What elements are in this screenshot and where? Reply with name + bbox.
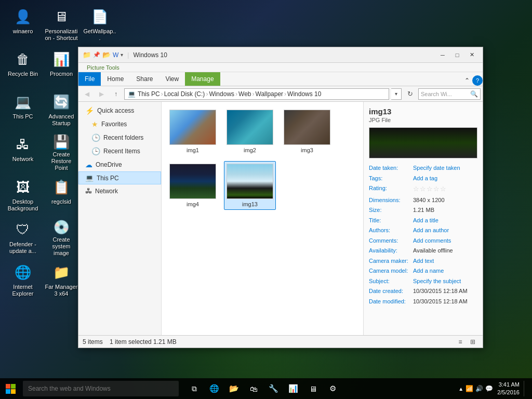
detail-val-tags[interactable]: Add a tag xyxy=(413,174,477,183)
taskbar-icon5[interactable]: 🔧 xyxy=(264,378,283,399)
detail-val-camera-maker[interactable]: Add text xyxy=(413,257,477,265)
address-path[interactable]: 💻 This PC › Local Disk (C:) › Windows › … xyxy=(124,88,389,100)
tray-message-icon[interactable]: 💬 xyxy=(485,385,493,392)
search-icon[interactable]: 🔍 xyxy=(470,90,478,98)
detail-row-dimensions: Dimensions: 3840 x 1200 xyxy=(369,196,477,205)
close-button[interactable]: ✕ xyxy=(465,50,478,60)
desktop-icon-network[interactable]: 🖧 Network xyxy=(4,132,42,174)
qat-word-icon[interactable]: W xyxy=(113,51,118,59)
tab-home[interactable]: Home xyxy=(101,72,130,86)
sidebar-item-label: Quick access xyxy=(97,107,134,114)
detail-key-date-modified: Date modified: xyxy=(369,297,413,306)
tab-manage[interactable]: Manage xyxy=(185,72,220,86)
search-box[interactable]: Search Wi... 🔍 xyxy=(418,88,481,100)
sidebar-item-onedrive[interactable]: ☁ OneDrive xyxy=(78,158,161,171)
tray-volume-icon[interactable]: 🔊 xyxy=(475,385,483,392)
minimize-button[interactable]: ─ xyxy=(436,50,449,60)
ribbon-collapse-button[interactable]: ⌃ xyxy=(462,75,472,86)
path-sep-5: › xyxy=(284,90,286,98)
desktop-icon-personalization[interactable]: 🖥 Personalization - Shortcut xyxy=(43,4,80,46)
desktop-icon-getwallpap[interactable]: 📄 GetWallpap... xyxy=(81,4,118,46)
taskbar-clock[interactable]: 3:41 AM 2/5/2016 xyxy=(497,381,520,397)
items-count-text: 5 items xyxy=(83,338,103,345)
path-wallpaper[interactable]: Wallpaper xyxy=(256,90,284,98)
taskbar-icon6[interactable]: 📊 xyxy=(284,378,302,399)
detail-val-authors[interactable]: Add an author xyxy=(413,226,477,235)
tray-network-icon[interactable]: 📶 xyxy=(466,385,473,392)
detail-val-rating[interactable]: ☆☆☆☆☆ xyxy=(413,184,447,194)
search-placeholder-text: Search Wi... xyxy=(421,91,468,97)
taskbar-folder-icon[interactable]: 📂 xyxy=(224,378,243,399)
path-windows[interactable]: Windows xyxy=(209,90,234,98)
file-item-img13[interactable]: img13 xyxy=(224,161,276,210)
path-this-pc[interactable]: This PC xyxy=(138,90,160,98)
detail-val-title[interactable]: Add a title xyxy=(413,216,477,225)
up-button[interactable]: ↑ xyxy=(110,88,122,100)
view-details-button[interactable]: ≡ xyxy=(455,337,466,347)
sidebar-item-recent-items[interactable]: 🕒 Recent Items xyxy=(78,144,161,158)
status-items-count: 5 items 1 item selected 1.21 MB xyxy=(83,338,177,345)
help-button[interactable]: ? xyxy=(472,75,483,86)
desktop-icon-regclsid[interactable]: 📋 regclsid xyxy=(43,175,80,216)
taskbar-task-view-icon[interactable]: ⧉ xyxy=(185,378,204,399)
file-item-img4[interactable]: img4 xyxy=(167,161,219,210)
tray-arrow-icon[interactable]: ▲ xyxy=(458,386,463,392)
sidebar-item-label: OneDrive xyxy=(96,161,122,168)
taskbar-store-icon[interactable]: 🛍 xyxy=(244,378,263,399)
file-item-img1[interactable]: img1 xyxy=(167,107,219,156)
winaero-icon: 👤 xyxy=(12,6,33,27)
taskbar-icon7[interactable]: 🖥 xyxy=(303,378,322,399)
detail-row-comments: Comments: Add comments xyxy=(369,236,477,245)
desktop-icon-desktop-bg[interactable]: 🖼 Desktop Background xyxy=(4,175,42,216)
sidebar-item-recent-folders[interactable]: 🕒 Recent folders xyxy=(78,131,161,144)
desktop-icon-advanced-startup[interactable]: 🔄 Advanced Startup xyxy=(43,89,80,131)
ribbon: File Home Share View Manage ⌃ ? xyxy=(78,72,483,86)
address-dropdown-button[interactable]: ▾ xyxy=(391,88,402,100)
path-local-disk[interactable]: Local Disk (C:) xyxy=(164,90,205,98)
getwallpap-icon: 📄 xyxy=(89,6,110,27)
desktop-icon-recycle[interactable]: 🗑 Recycle Bin xyxy=(4,47,42,88)
forward-button[interactable]: ▶ xyxy=(95,88,108,100)
desktop-icon-far-manager[interactable]: 📁 Far Manager 3 x64 xyxy=(43,260,80,301)
desktop-icon-winaero[interactable]: 👤 winaero xyxy=(4,4,42,46)
sidebar-item-this-pc[interactable]: 💻 This PC xyxy=(78,171,161,184)
taskbar-search-input[interactable] xyxy=(23,381,179,396)
qat-dropdown-icon[interactable]: ▾ xyxy=(121,52,123,58)
tab-view[interactable]: View xyxy=(159,72,185,86)
desktop-icon-restore-point[interactable]: 💾 Create Restore Point xyxy=(43,132,80,174)
detail-val-comments[interactable]: Add comments xyxy=(413,236,477,245)
start-button[interactable] xyxy=(0,378,21,399)
path-web[interactable]: Web xyxy=(238,90,251,98)
back-button[interactable]: ◀ xyxy=(81,88,93,100)
status-bar: 5 items 1 item selected 1.21 MB ≡ ⊞ xyxy=(78,335,483,348)
desktop-icon-ie[interactable]: 🌐 Internet Explorer xyxy=(4,260,42,301)
detail-val-camera-model[interactable]: Add a name xyxy=(413,267,477,275)
desktop-icon-procmon[interactable]: 📊 Procmon xyxy=(43,47,80,88)
path-windows10[interactable]: Windows 10 xyxy=(287,90,321,98)
taskbar-sys-tray: ▲ 📶 🔊 💬 xyxy=(458,385,493,392)
taskbar-edge-icon[interactable]: 🌐 xyxy=(205,378,223,399)
status-view-icons: ≡ ⊞ xyxy=(455,337,478,347)
refresh-button[interactable]: ↻ xyxy=(404,88,416,100)
file-item-img3[interactable]: img3 xyxy=(281,107,333,156)
sidebar-item-favorites[interactable]: ★ Favorites xyxy=(78,117,161,131)
qat-folder2-icon[interactable]: 📂 xyxy=(102,51,111,59)
desktop-icon-defender[interactable]: 🛡 Defender - update a... xyxy=(4,217,42,259)
desktop-icon-this-pc[interactable]: 💻 This PC xyxy=(4,89,42,131)
show-desktop-button[interactable] xyxy=(524,381,527,396)
detail-val-date-taken[interactable]: Specify date taken xyxy=(413,164,477,172)
file-name-img3: img3 xyxy=(301,147,313,153)
maximize-button[interactable]: □ xyxy=(450,50,464,60)
taskbar-settings-icon[interactable]: ⚙ xyxy=(323,378,342,399)
file-item-img2[interactable]: img2 xyxy=(224,107,276,156)
qat-pin-icon[interactable]: 📌 xyxy=(93,51,100,58)
sidebar-item-quick-access[interactable]: ⚡ Quick access xyxy=(78,104,161,117)
detail-val-subject[interactable]: Specify the subject xyxy=(413,277,477,286)
tab-file[interactable]: File xyxy=(78,72,101,86)
desktop-icon-create-system[interactable]: 💿 Create system image xyxy=(43,217,80,259)
sidebar-item-network[interactable]: 🖧 Network xyxy=(78,184,161,197)
tab-share[interactable]: Share xyxy=(130,72,159,86)
view-large-icons-button[interactable]: ⊞ xyxy=(467,337,478,347)
qat-folder-icon[interactable]: 📁 xyxy=(83,51,91,59)
file-thumbnail-img2 xyxy=(227,110,273,145)
